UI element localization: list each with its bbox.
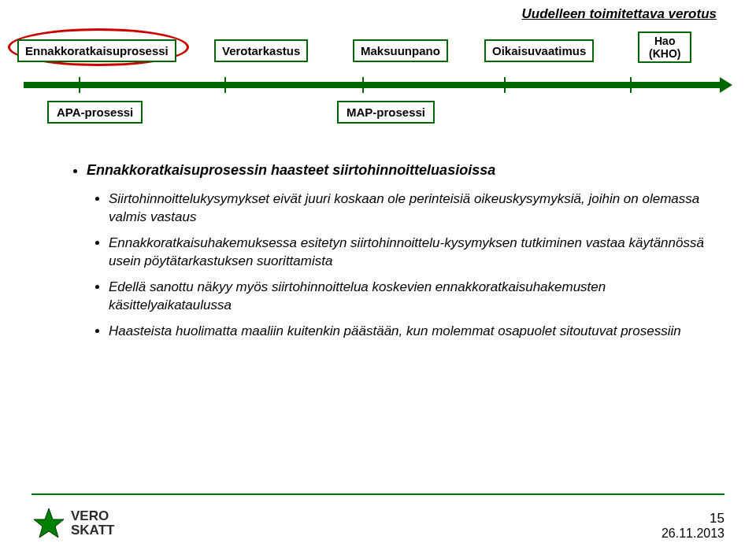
process-box-verotarkastus: Verotarkastus <box>214 39 308 62</box>
process-row: Ennakkoratkaisuprosessi Verotarkastus Ma… <box>32 39 724 79</box>
svg-text:SKATT: SKATT <box>71 523 115 538</box>
svg-text:VERO: VERO <box>71 508 109 523</box>
svg-marker-0 <box>34 508 64 538</box>
timeline-arrow <box>24 79 732 91</box>
process-box-maksuunpano: Maksuunpano <box>353 39 448 62</box>
slide-page: Uudelleen toimitettava verotus Ennakkora… <box>0 0 756 558</box>
timeline-tick <box>504 77 506 93</box>
subprocess-label: APA-prosessi <box>57 105 133 119</box>
subprocess-row: APA-prosessi MAP-prosessi <box>32 101 724 132</box>
process-box-oikaisuvaatimus: Oikaisuvaatimus <box>484 39 594 62</box>
content-bullet: Ennakkoratkaisuhakemuksessa esitetyn sii… <box>109 235 724 271</box>
arrow-shaft <box>24 82 721 88</box>
header-right-text: Uudelleen toimitettava verotus <box>521 6 717 22</box>
content-bullet: Edellä sanottu näkyy myös siirtohinnoitt… <box>109 279 724 315</box>
arrow-head-icon <box>720 77 732 93</box>
vero-skatt-logo: VERO SKATT <box>32 506 140 541</box>
subprocess-box-map: MAP-prosessi <box>337 101 435 124</box>
subprocess-label: MAP-prosessi <box>346 105 425 119</box>
process-box-ennakkoratkaisu: Ennakkoratkaisuprosessi <box>17 39 176 62</box>
content-title-bullet: Ennakkoratkaisuprosessin haasteet siirto… <box>87 161 724 341</box>
logo-icon <box>32 506 66 541</box>
content-area: Ennakkoratkaisuprosessin haasteet siirto… <box>32 161 724 341</box>
subprocess-box-apa: APA-prosessi <box>47 101 143 124</box>
process-label: Oikaisuvaatimus <box>492 44 586 57</box>
process-box-hao-kho: Hao (KHO) <box>638 31 691 63</box>
logo-text: VERO SKATT <box>71 508 140 539</box>
content-bullet: Haasteista huolimatta maaliin kuitenkin … <box>109 323 724 341</box>
process-label: Verotarkastus <box>222 44 300 57</box>
process-label: Maksuunpano <box>361 44 440 57</box>
page-number: 15 <box>662 511 724 527</box>
footer: VERO SKATT 15 26.11.2013 <box>32 493 724 541</box>
timeline-tick <box>224 77 226 93</box>
process-label-line1: Hao <box>649 35 680 47</box>
timeline-tick <box>362 77 364 93</box>
timeline-tick <box>630 77 632 93</box>
process-label-line2: (KHO) <box>649 47 680 60</box>
content-title: Ennakkoratkaisuprosessin haasteet siirto… <box>87 162 495 178</box>
footer-date: 26.11.2013 <box>662 527 724 541</box>
footer-right: 15 26.11.2013 <box>662 511 724 541</box>
content-bullet: Siirtohinnoittelukysymykset eivät juuri … <box>109 190 724 227</box>
timeline-tick <box>79 77 80 93</box>
process-label: Ennakkoratkaisuprosessi <box>25 44 169 57</box>
